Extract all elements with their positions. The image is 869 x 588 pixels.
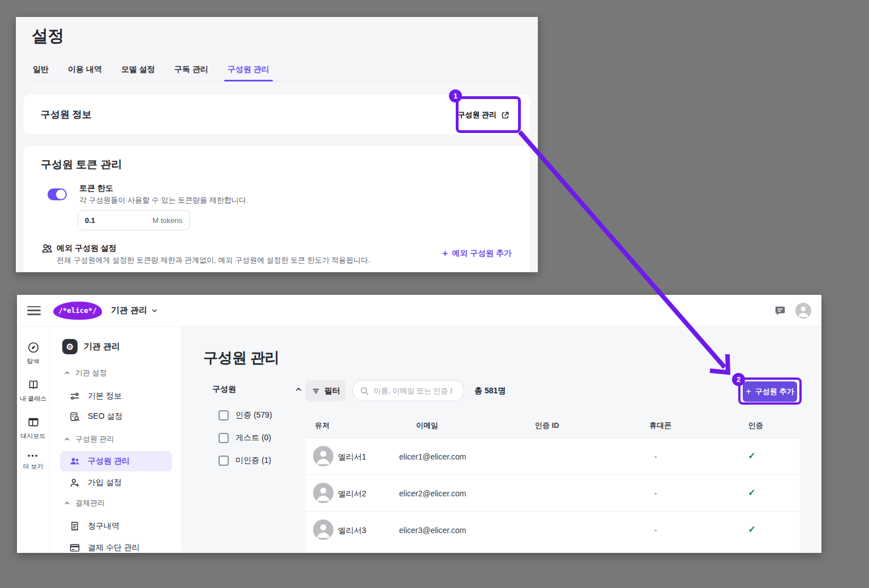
checkbox[interactable] bbox=[219, 410, 229, 420]
add-exception-member-button[interactable]: + 예외 구성원 추가 bbox=[442, 248, 512, 259]
annotation-badge-1: 1 bbox=[449, 89, 462, 102]
checkbox[interactable] bbox=[219, 433, 229, 443]
sidebar-section-org-settings[interactable]: 기관 설정 bbox=[63, 368, 107, 378]
filter-button-label: 필터 bbox=[324, 386, 340, 396]
col-auth-id: 인증 ID bbox=[535, 420, 559, 431]
col-user: 유저 bbox=[315, 420, 329, 431]
verified-check-icon: ✓ bbox=[739, 524, 764, 535]
people-icon bbox=[41, 242, 53, 255]
more-dots-icon: ••• bbox=[28, 453, 39, 459]
gear-icon: ⚙ bbox=[62, 339, 78, 354]
filter-label: 인증 (579) bbox=[236, 410, 272, 420]
cell-email: elicer3@elicer.com bbox=[399, 526, 466, 535]
admin-panel: /*elice*/ 기관 관리 탐색 내 클래스 대시보드 ••• 더 보기 bbox=[17, 295, 821, 553]
item-label: 청구내역 bbox=[88, 521, 119, 531]
cell-phone: - bbox=[644, 526, 667, 535]
filter-checkbox-verified[interactable]: 인증 (579) bbox=[219, 410, 272, 420]
row-avatar bbox=[313, 520, 333, 540]
settings-tabs: 일반 이용 내역 모델 설정 구독 관리 구성원 관리 bbox=[32, 61, 522, 81]
rail-label: 더 보기 bbox=[23, 462, 43, 471]
compass-icon bbox=[27, 341, 40, 354]
receipt-icon bbox=[69, 521, 80, 532]
token-limit-unit: M tokens bbox=[152, 216, 182, 225]
verified-check-icon: ✓ bbox=[739, 487, 764, 498]
person-plus-icon bbox=[69, 477, 80, 488]
section-label: 구성원 관리 bbox=[75, 434, 114, 444]
table-row[interactable]: 엘리서1 elicer1@elicer.com - ✓ bbox=[306, 438, 800, 475]
page-title: 구성원 관리 bbox=[203, 348, 279, 368]
token-limit-input[interactable] bbox=[85, 216, 152, 225]
header-actions bbox=[774, 303, 811, 319]
filter-button[interactable]: 필터 bbox=[306, 380, 346, 401]
sidebar-section-members[interactable]: 구성원 관리 bbox=[63, 434, 114, 444]
seo-icon bbox=[69, 411, 80, 422]
search-input[interactable] bbox=[374, 387, 453, 395]
add-member-button[interactable]: + 구성원 추가 bbox=[743, 381, 797, 402]
sidebar-section-billing[interactable]: 결제관리 bbox=[63, 498, 105, 508]
cell-phone: - bbox=[644, 489, 667, 498]
item-label: SEO 설정 bbox=[88, 411, 122, 422]
sidebar-item-seo[interactable]: SEO 설정 bbox=[69, 411, 122, 422]
people-filled-icon bbox=[69, 456, 80, 467]
credit-card-icon bbox=[69, 542, 80, 553]
settings-panel: 설정 일반 이용 내역 모델 설정 구독 관리 구성원 관리 구성원 정보 구성… bbox=[16, 17, 538, 272]
token-limit-field: M tokens bbox=[78, 210, 190, 230]
add-member-label: 구성원 추가 bbox=[755, 387, 794, 397]
filter-label: 미인증 (1) bbox=[236, 456, 271, 466]
section-label: 기관 설정 bbox=[75, 368, 107, 378]
tab-members[interactable]: 구성원 관리 bbox=[226, 61, 271, 81]
cell-name: 엘리서2 bbox=[338, 489, 366, 499]
filter-checkbox-unverified[interactable]: 미인증 (1) bbox=[219, 456, 271, 466]
section-label: 결제관리 bbox=[75, 498, 105, 508]
rail-item-more[interactable]: ••• 더 보기 bbox=[23, 453, 43, 471]
member-manage-button[interactable]: 구성원 관리 bbox=[454, 104, 513, 126]
filter-checkbox-guest[interactable]: 게스트 (0) bbox=[219, 433, 271, 443]
table-row[interactable]: 엘리서2 elicer2@elicer.com - ✓ bbox=[306, 475, 800, 512]
user-avatar[interactable] bbox=[795, 303, 811, 319]
rail-item-my-classes[interactable]: 내 클래스 bbox=[20, 379, 46, 403]
cell-email: elicer1@elicer.com bbox=[399, 452, 466, 461]
item-label: 가입 설정 bbox=[88, 478, 122, 488]
filter-group-toggle[interactable]: 구성원 bbox=[212, 384, 303, 394]
checkbox[interactable] bbox=[219, 456, 229, 466]
token-card-title: 구성원 토큰 관리 bbox=[41, 157, 122, 172]
elice-logo[interactable]: /*elice*/ bbox=[53, 302, 102, 320]
cell-name: 엘리서3 bbox=[338, 526, 366, 536]
tab-usage[interactable]: 이용 내역 bbox=[67, 61, 103, 81]
context-switcher[interactable]: 기관 관리 bbox=[111, 305, 159, 316]
cell-email: elicer2@elicer.com bbox=[399, 489, 466, 498]
col-phone: 휴대폰 bbox=[649, 420, 671, 431]
rail-item-dashboard[interactable]: 대시보드 bbox=[21, 416, 46, 440]
tab-subscription[interactable]: 구독 관리 bbox=[173, 61, 209, 81]
rail-label: 탐색 bbox=[27, 357, 40, 366]
item-label: 기본 정보 bbox=[88, 391, 122, 401]
members-table: 유저 이메일 인증 ID 휴대폰 인증 엘리서1 elicer1@elicer.… bbox=[306, 411, 800, 553]
plus-icon: + bbox=[746, 387, 751, 397]
sidebar-item-payment-methods[interactable]: 결제 수단 관리 bbox=[69, 542, 140, 553]
sidebar-title-label: 기관 관리 bbox=[84, 341, 120, 352]
chevron-up-icon bbox=[294, 385, 303, 394]
exception-title: 예외 구성원 설정 bbox=[57, 243, 117, 254]
sidebar-item-member-management[interactable]: 구성원 관리 bbox=[60, 451, 172, 471]
filter-label: 게스트 (0) bbox=[236, 433, 271, 443]
sidebar-item-signup-settings[interactable]: 가입 설정 bbox=[69, 477, 122, 488]
col-email: 이메일 bbox=[416, 420, 438, 431]
feedback-icon[interactable] bbox=[774, 304, 786, 317]
annotation-badge-2: 2 bbox=[732, 373, 745, 386]
tab-model[interactable]: 모델 설정 bbox=[120, 61, 156, 81]
plus-icon: + bbox=[442, 248, 448, 259]
search-icon bbox=[359, 386, 369, 396]
hamburger-menu-icon[interactable] bbox=[27, 306, 41, 315]
col-verified: 인증 bbox=[748, 420, 763, 431]
sidebar-item-basic-info[interactable]: 기본 정보 bbox=[69, 390, 122, 402]
tab-general[interactable]: 일반 bbox=[32, 61, 50, 81]
sidebar-item-billing-history[interactable]: 청구내역 bbox=[69, 521, 119, 532]
total-count: 총 581명 bbox=[474, 386, 506, 396]
token-limit-toggle[interactable] bbox=[48, 188, 67, 200]
member-info-title: 구성원 정보 bbox=[41, 108, 92, 121]
token-limit-label: 토큰 한도 bbox=[79, 183, 113, 194]
context-label: 기관 관리 bbox=[111, 305, 147, 316]
book-icon bbox=[27, 379, 40, 391]
table-row[interactable]: 엘리서3 elicer3@elicer.com - ✓ bbox=[306, 512, 800, 548]
rail-item-explore[interactable]: 탐색 bbox=[27, 341, 40, 366]
